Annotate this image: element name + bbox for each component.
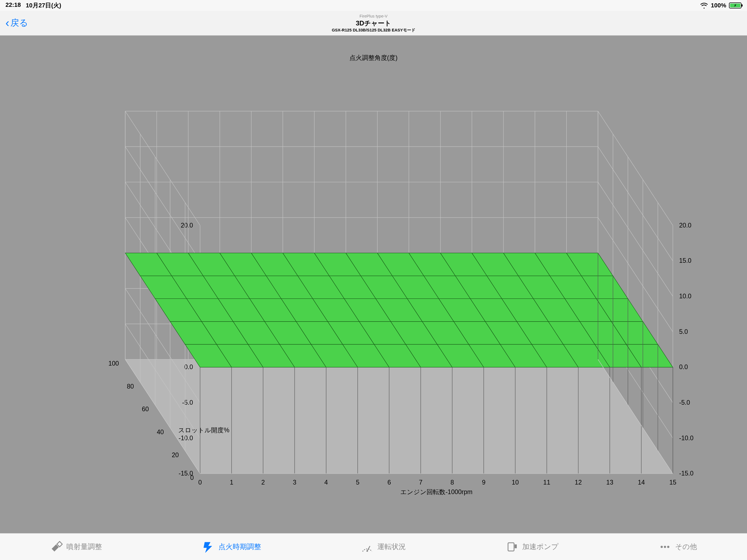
svg-text:20: 20 xyxy=(172,451,179,458)
svg-text:0.0: 0.0 xyxy=(679,363,688,371)
svg-text:0: 0 xyxy=(199,479,202,486)
svg-text:80: 80 xyxy=(127,383,134,390)
wifi-icon xyxy=(700,2,708,8)
tab-ignition-label: 点火時期調整 xyxy=(218,542,261,552)
svg-text:15.0: 15.0 xyxy=(679,257,692,264)
svg-point-199 xyxy=(664,546,666,548)
svg-line-194 xyxy=(367,546,370,551)
svg-text:1: 1 xyxy=(230,479,233,486)
svg-text:20.0: 20.0 xyxy=(181,222,193,229)
svg-line-15 xyxy=(125,111,200,225)
tab-running[interactable]: 運転状況 xyxy=(361,541,406,553)
svg-text:13: 13 xyxy=(607,479,614,486)
status-bar: 22:18 10月27日(火) 100% ⚡︎ xyxy=(0,0,747,11)
status-time: 22:18 xyxy=(5,1,21,9)
chevron-left-icon: ‹ xyxy=(5,17,9,29)
svg-text:0: 0 xyxy=(190,474,194,481)
svg-text:6: 6 xyxy=(387,479,391,486)
chart-container[interactable]: 点火調整角度(度) -15.0-10.0-5.00.05.010.015.020… xyxy=(0,35,747,533)
tab-accel-pump-label: 加速ポンプ xyxy=(522,542,559,552)
svg-text:3: 3 xyxy=(293,479,297,486)
back-button[interactable]: ‹ 戻る xyxy=(5,17,28,29)
charging-bolt-icon: ⚡︎ xyxy=(734,4,737,7)
svg-rect-197 xyxy=(515,544,517,548)
tab-bar: 噴射量調整 点火時期調整 運転状況 加速ポンプ その他 xyxy=(0,533,747,560)
svg-point-200 xyxy=(667,546,669,548)
svg-rect-192 xyxy=(57,541,62,547)
svg-line-13 xyxy=(125,147,200,261)
svg-text:7: 7 xyxy=(419,479,422,486)
tab-more-label: その他 xyxy=(675,542,697,552)
svg-text:100: 100 xyxy=(108,360,119,367)
tab-more[interactable]: その他 xyxy=(659,541,697,553)
title-sub: GSX-R125 DL33B/S125 DL32B EASYモード xyxy=(0,27,747,33)
status-date: 10月27日(火) xyxy=(26,1,61,9)
svg-marker-0 xyxy=(125,359,673,474)
svg-text:4: 4 xyxy=(325,479,328,486)
tab-accel-pump[interactable]: 加速ポンプ xyxy=(506,541,559,553)
svg-text:8: 8 xyxy=(450,479,454,486)
nav-bar: ‹ 戻る FirePlus type-V 3Dチャート GSX-R125 DL3… xyxy=(0,11,747,35)
tab-ignition[interactable]: 点火時期調整 xyxy=(202,541,261,553)
svg-text:2: 2 xyxy=(261,479,265,486)
tab-injection-label: 噴射量調整 xyxy=(67,542,102,552)
svg-text:-5.0: -5.0 xyxy=(182,399,193,406)
svg-text:5: 5 xyxy=(356,479,360,486)
z-axis-label: 点火調整角度(度) xyxy=(350,54,397,61)
back-label: 戻る xyxy=(10,17,28,29)
svg-text:10: 10 xyxy=(512,479,519,486)
svg-text:-15.0: -15.0 xyxy=(679,470,694,477)
chart-3d-surface[interactable]: 点火調整角度(度) -15.0-10.0-5.00.05.010.015.020… xyxy=(19,48,728,521)
svg-line-61 xyxy=(598,111,673,225)
svg-text:11: 11 xyxy=(543,479,550,486)
page-title-block: FirePlus type-V 3Dチャート GSX-R125 DL33B/S1… xyxy=(0,14,747,32)
svg-text:5.0: 5.0 xyxy=(679,328,688,335)
svg-text:-5.0: -5.0 xyxy=(679,399,690,406)
svg-point-195 xyxy=(366,550,368,552)
svg-line-59 xyxy=(598,147,673,261)
svg-text:9: 9 xyxy=(482,479,486,486)
svg-text:60: 60 xyxy=(142,406,149,413)
svg-text:10.0: 10.0 xyxy=(679,292,692,299)
svg-text:20.0: 20.0 xyxy=(679,222,692,229)
svg-point-198 xyxy=(661,546,663,548)
tab-running-label: 運転状況 xyxy=(377,542,406,552)
svg-marker-193 xyxy=(204,542,212,553)
svg-text:-10.0: -10.0 xyxy=(679,434,694,441)
svg-text:40: 40 xyxy=(157,429,164,436)
x-axis-label: エンジン回転数-1000rpm xyxy=(401,488,473,495)
title-super: FirePlus type-V xyxy=(0,14,747,19)
tab-injection[interactable]: 噴射量調整 xyxy=(50,541,102,553)
svg-text:0.0: 0.0 xyxy=(184,363,193,371)
svg-text:-10.0: -10.0 xyxy=(179,434,193,441)
svg-text:14: 14 xyxy=(638,479,645,486)
y-axis-label: スロットル開度% xyxy=(179,426,230,433)
battery-percent: 100% xyxy=(711,2,726,9)
svg-text:15: 15 xyxy=(669,479,676,486)
svg-rect-196 xyxy=(508,543,514,551)
battery-icon: ⚡︎ xyxy=(729,2,742,8)
svg-text:12: 12 xyxy=(575,479,582,486)
title-main: 3Dチャート xyxy=(0,19,747,27)
